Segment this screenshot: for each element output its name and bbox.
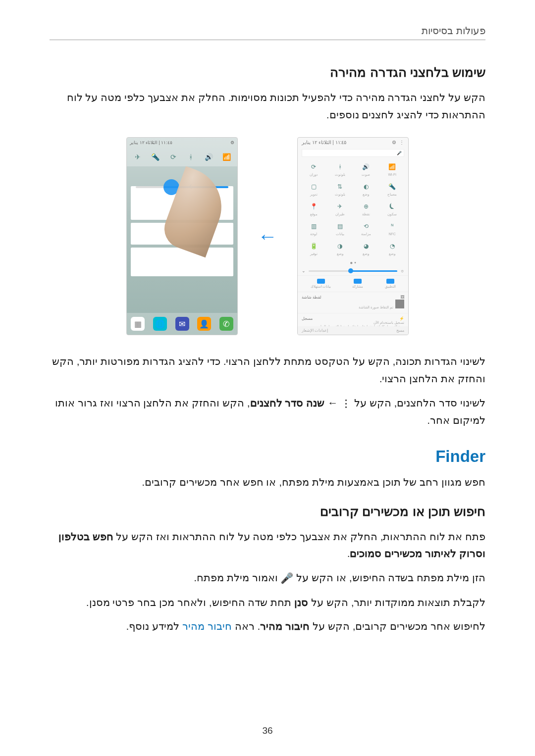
bluetooth-icon: ᚼ [185, 151, 196, 162]
tile-2: مشاركة [352, 279, 363, 289]
image-icon: 🖼 [400, 295, 404, 300]
section2-p1: פתח את לוח ההתראות, החלק את אצבעך כלפי מ… [50, 528, 485, 562]
notif-settings-label: إعدادات الإشعار [302, 328, 328, 333]
phone-home-screenshot: ⚙ ١١:٤٥ | الثلاثاء ١٢ يناير 📶 🔊 ᚼ ⟳ 🔦 ✈ … [126, 137, 238, 335]
rotate-icon: ⟳ [309, 162, 319, 172]
qs-15: ▤بيانات [327, 221, 353, 238]
header-breadcrumb: פעולות בסיסיות [50, 25, 485, 37]
qs-13: ᴺNFC [379, 221, 405, 238]
nfc-icon: ᴺ [387, 221, 397, 231]
mic-icon: 🎤 [280, 570, 293, 587]
qs-9: ⏾سكون [379, 202, 405, 218]
tile-1: التطبيق [385, 279, 396, 289]
mic-icon: 🎤 [397, 151, 402, 155]
section1-p3: לשינוי סדר הלחצנים, הקש על ⋮ ← שנה סדר ל… [50, 395, 485, 429]
section2-h3: חיפוש תוכן או מכשירים קרובים [50, 504, 485, 519]
battery-icon: 🔋 [309, 241, 319, 251]
qs-18: ◕وضع [353, 241, 379, 258]
section1-p2: לשינוי הגדרות תכונה, הקש על הטקסט מתחת ל… [50, 353, 485, 387]
brightness-row: ☼ ⌄ [298, 266, 408, 275]
qs-6: ◐وضع [353, 182, 379, 199]
qs-10: ⊕نقطة [353, 202, 379, 218]
qs-7: ⇅بلوتوث [327, 182, 353, 199]
status-bar: ⚙ ١١:٤٥ | الثلاثاء ١٢ يناير [127, 138, 237, 148]
status-time: ١١:٤٥ | الثلاثاء ١٢ يناير [130, 140, 172, 145]
mode3-icon: ◕ [361, 241, 371, 251]
gear-icon: ⚙ [230, 140, 234, 145]
section2-p4: לחיפוש אחר מכשירים קרובים, הקש על חיבור … [50, 618, 485, 635]
qs-20: 🔋توفير [301, 241, 327, 258]
thumbnail-icon [395, 300, 404, 308]
airplane-icon: ✈ [335, 202, 345, 211]
dock-contacts-icon: 👤 [197, 317, 211, 331]
qs-bluetooth: ᚼبلوتوث [327, 162, 353, 179]
hotspot-icon: ⊕ [361, 202, 371, 211]
qs-11: ✈طيران [327, 202, 353, 218]
qs-wifi: 📶Wi-Fi [379, 162, 405, 179]
more-vert-icon: ⋮ [341, 395, 351, 412]
arrow-left-icon: ← [258, 225, 277, 248]
more-icon: ⋮ [399, 140, 404, 145]
qs-rotate: ⟳دوران [301, 162, 327, 179]
sound-icon: 🔊 [203, 151, 214, 162]
mobile-data-icon: ▤ [335, 221, 345, 231]
quick-settings-panel-screenshot: ⋮ ⚙ ١١:٤٥ | الثلاثاء ١٢ يناير 🎤 📶Wi-Fi 🔊… [297, 137, 409, 335]
mode2-icon: ◔ [387, 241, 397, 251]
panel-search-bar: 🎤 [302, 149, 404, 157]
section2-p3: לקבלת תוצאות ממוקדות יותר, הקש על סנן תח… [50, 594, 485, 611]
wifi-icon: 📶 [221, 151, 232, 162]
qs-collapsed-row: 📶 🔊 ᚼ ⟳ 🔦 ✈ [127, 148, 237, 166]
qs-sound: 🔊صوت [353, 162, 379, 179]
orientation-icon: ▢ [309, 182, 319, 192]
location-icon: 📍 [309, 202, 319, 211]
section1-p1: הקש על לחצני הגדרה מהירה כדי להפעיל תכונ… [50, 89, 485, 123]
notification-item: 🖼لقطة شاشة تم التقاط صورة الشاشة [298, 292, 408, 313]
mode4-icon: ◑ [335, 241, 345, 251]
dock-messages-icon: ✉ [175, 317, 189, 331]
panel-time: ١١:٤٥ | الثلاثاء ١٢ يناير [302, 140, 347, 145]
dock-phone-icon: ✆ [219, 317, 233, 331]
figure-row: ⚙ ١١:٤٥ | الثلاثاء ١٢ يناير 📶 🔊 ᚼ ⟳ 🔦 ✈ … [50, 137, 485, 335]
bluetooth-icon: ᚼ [335, 162, 345, 172]
qs-grid: 📶Wi-Fi 🔊صوت ᚼبلوتوث ⟳دوران 🔦مصباح ◐وضع ⇅… [298, 159, 408, 259]
section2-intro: חפש מגוון רחב של תוכן באמצעות מילת מפתח,… [50, 474, 485, 491]
gear-icon: ⚙ [392, 140, 396, 145]
rotate-icon: ⟳ [168, 151, 179, 162]
dock-browser-icon: 🌐 [153, 317, 167, 331]
header-rule [50, 40, 485, 40]
data-icon: ⇅ [335, 182, 345, 192]
section2-p2: הזן מילת מפתח בשדה החיפוש, או הקש על 🎤 ו… [50, 569, 485, 587]
dock-apps-icon: ▦ [131, 317, 145, 331]
page-dots-icon: • ● [298, 259, 408, 266]
qs-16: ▥لوحة [301, 221, 327, 238]
qs-19: ◑وضع [327, 241, 353, 258]
chevron-down-icon: ⌄ [302, 268, 306, 273]
sound-icon: 🔊 [361, 162, 371, 172]
qs-14: ⟲مزامنة [353, 221, 379, 238]
qs-17: ◔وضع [379, 241, 405, 258]
sync-icon: ⟲ [361, 221, 371, 231]
airplane-icon: ✈ [132, 151, 143, 162]
panel-icon: ▥ [309, 221, 319, 231]
panel-footer: مسح إعدادات الإشعار [298, 326, 408, 335]
sleep-icon: ⏾ [387, 202, 397, 211]
wifi-icon: 📶 [387, 162, 397, 172]
brightness-icon: ☼ [400, 268, 404, 273]
page-number: 36 [0, 725, 535, 736]
qs-tiles-row: التطبيق مشاركة بيانات استهلاك [298, 275, 408, 292]
section1-title: שימוש בלחצני הגדרה מהירה [50, 65, 485, 80]
tile-3: بيانات استهلاك [311, 279, 331, 289]
notif-card-2 [131, 248, 233, 276]
panel-top-bar: ⋮ ⚙ ١١:٤٥ | الثلاثاء ١٢ يناير [298, 138, 408, 147]
dock-bar: ✆ 👤 ✉ 🌐 ▦ [127, 313, 237, 335]
qs-5: 🔦مصباح [379, 182, 405, 199]
mode-icon: ◐ [361, 182, 371, 192]
qs-12: 📍موقع [301, 202, 327, 218]
clear-label: مسح [396, 328, 404, 333]
section2-title: Finder [50, 447, 485, 466]
quick-connect-link[interactable]: חיבור מהיר [182, 620, 232, 632]
flashlight-icon: 🔦 [387, 182, 397, 192]
qs-8: ▢تدوير [301, 182, 327, 199]
flashlight-icon: 🔦 [150, 151, 161, 162]
bolt-icon: ⚡ [399, 316, 404, 321]
